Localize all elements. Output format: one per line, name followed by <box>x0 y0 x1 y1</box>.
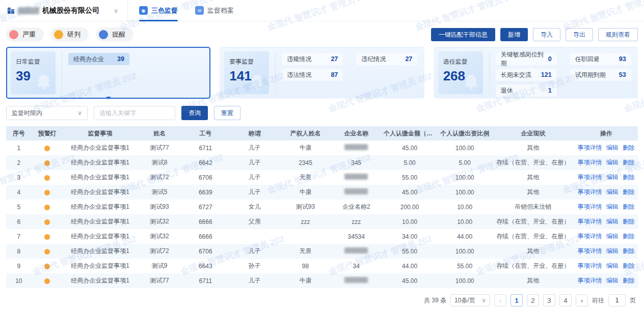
cell-company-name: 34 <box>331 262 382 271</box>
keyword-input[interactable] <box>94 106 175 120</box>
table-row: 5经商办企业监督事项1测试936727女儿测试93企业名称2200.0010.0… <box>6 200 638 214</box>
delete-link[interactable]: 删除 <box>623 144 635 152</box>
item-detail-link[interactable]: 事项详情 <box>578 247 602 256</box>
item-detail-link[interactable]: 事项详情 <box>578 188 602 196</box>
edit-link[interactable]: 编辑 <box>606 232 619 241</box>
edit-link[interactable]: 编辑 <box>606 262 619 270</box>
stat-item-退休[interactable]: 退休1 <box>496 84 557 97</box>
cell-contribution-ratio: 100.00 <box>438 276 492 286</box>
export-button[interactable]: 导出 <box>566 28 593 41</box>
cell-relation-title: 儿子 <box>229 275 280 286</box>
edit-link[interactable]: 编辑 <box>606 188 619 196</box>
building-icon <box>7 7 15 14</box>
delete-link[interactable]: 删除 <box>623 217 635 226</box>
cell-warning-light <box>32 217 63 227</box>
page-button-4[interactable]: 4 <box>559 294 572 306</box>
redacted-company-name <box>344 144 368 150</box>
item-detail-link[interactable]: 事项详情 <box>578 276 602 285</box>
stat-card-选任监督[interactable]: 选任监督268关键敏感岗位到期0任职回避93长期未交流121试用期到期53退休1 <box>434 47 638 99</box>
stat-item-任职回避[interactable]: 任职回避93 <box>570 53 631 65</box>
cell-seq: 1 <box>6 144 32 153</box>
item-detail-link[interactable]: 事项详情 <box>578 232 602 241</box>
delete-link[interactable]: 删除 <box>623 262 635 270</box>
stat-item-违纪情况[interactable]: 违纪情况27 <box>356 53 417 65</box>
cell-actions: 事项详情编辑删除 <box>574 172 638 183</box>
search-button[interactable]: 查询 <box>181 106 208 120</box>
stat-item-违法情况[interactable]: 违法情况87 <box>282 69 343 81</box>
cell-supervision-item: 经商办企业监督事项1 <box>63 231 138 242</box>
item-detail-link[interactable]: 事项详情 <box>578 262 602 270</box>
delete-link[interactable]: 删除 <box>623 188 635 196</box>
cell-warning-light <box>32 188 63 197</box>
page-button-1[interactable]: 1 <box>511 294 523 306</box>
tab-三色监督[interactable]: ◉三色监督 <box>139 0 178 21</box>
edit-link[interactable]: 编辑 <box>606 144 619 152</box>
item-detail-link[interactable]: 事项详情 <box>578 217 602 226</box>
cell-warning-light <box>32 232 63 241</box>
prev-page-button[interactable]: ‹ <box>494 294 506 306</box>
stat-item-label: 试用期到期 <box>575 71 619 79</box>
table-row: 7经商办企业监督事项1测试3266663453434.0044.00存续（在营、… <box>6 229 638 244</box>
page-button-3[interactable]: 3 <box>543 294 555 306</box>
cell-supervision-item: 经商办企业监督事项1 <box>63 275 138 286</box>
legend-label: 研判 <box>67 30 81 39</box>
cell-subscribed-amount: 45.00 <box>382 144 438 153</box>
delete-link[interactable]: 删除 <box>623 232 635 241</box>
cell-supervision-item: 经商办企业监督事项1 <box>63 157 138 168</box>
warning-light-icon <box>44 249 50 255</box>
reset-button[interactable]: 重置 <box>214 106 240 120</box>
add-button[interactable]: 新增 <box>500 28 528 41</box>
rules-view-button[interactable]: 规则查看 <box>598 28 638 41</box>
cell-company-status: 存续（在营、开业、在册） <box>492 216 574 227</box>
stat-item-长期未交流[interactable]: 长期未交流121 <box>496 69 557 81</box>
page-size-select[interactable]: 10条/页∨ <box>450 294 490 306</box>
edit-link[interactable]: 编辑 <box>606 173 619 182</box>
tab-监督档案[interactable]: ✉监督档案 <box>195 0 234 21</box>
column-header: 预警灯 <box>32 128 63 139</box>
stat-item-试用期到期[interactable]: 试用期到期53 <box>570 69 631 81</box>
stat-item-经商办企业[interactable]: 经商办企业39 <box>68 53 129 65</box>
edit-link[interactable]: 编辑 <box>606 203 619 211</box>
delete-link[interactable]: 删除 <box>623 158 635 167</box>
item-detail-link[interactable]: 事项详情 <box>578 203 602 211</box>
edit-link[interactable]: 编辑 <box>606 276 619 285</box>
table-row: 4经商办企业监督事项1测试56639儿子牛康45.00100.00其他事项详情编… <box>6 185 638 200</box>
main-tabs: ◉三色监督✉监督档案 <box>127 0 234 21</box>
page-button-2[interactable]: 2 <box>527 294 539 306</box>
stat-item-value: 121 <box>541 71 552 78</box>
column-header: 企业名称 <box>331 128 382 139</box>
delete-link[interactable]: 删除 <box>623 203 635 211</box>
column-header: 企业现状 <box>492 128 574 139</box>
cell-contribution-ratio: 100.00 <box>438 144 492 153</box>
company-selector[interactable]: 机械股份有限公司 ∨ <box>7 6 118 15</box>
stat-card-title: 日常监督 <box>16 58 50 66</box>
match-cadre-info-button[interactable]: 一键匹配干部信息 <box>431 28 495 41</box>
edit-link[interactable]: 编辑 <box>606 247 619 256</box>
delete-link[interactable]: 删除 <box>623 276 635 285</box>
item-detail-link[interactable]: 事项详情 <box>578 158 602 167</box>
legend-dot-icon <box>99 30 108 39</box>
edit-link[interactable]: 编辑 <box>606 217 619 226</box>
stat-item-label: 长期未交流 <box>501 71 541 79</box>
goto-page-input[interactable] <box>608 294 626 306</box>
item-detail-link[interactable]: 事项详情 <box>578 173 602 182</box>
edit-link[interactable]: 编辑 <box>606 158 619 167</box>
cell-company-status: 存续（在营、开业、在册） <box>492 157 574 168</box>
redacted-company-name <box>344 277 368 283</box>
cell-company-status: 其他 <box>492 187 574 197</box>
stat-card-要事监督[interactable]: 要事监督141违规情况27违纪情况27违法情况87 <box>220 47 424 99</box>
delete-link[interactable]: 删除 <box>623 247 635 256</box>
next-page-button[interactable]: › <box>576 294 588 306</box>
cell-contribution-ratio: 10.00 <box>438 203 492 212</box>
cell-name: 测试5 <box>137 187 181 197</box>
table-row: 1经商办企业监督事项1测试776711儿子牛康45.00100.00其他事项详情… <box>6 140 638 155</box>
delete-link[interactable]: 删除 <box>623 173 635 182</box>
cell-actions: 事项详情编辑删除 <box>574 275 638 286</box>
import-button[interactable]: 导入 <box>533 28 560 41</box>
item-detail-link[interactable]: 事项详情 <box>578 144 602 152</box>
stat-item-关键敏感岗位到期[interactable]: 关键敏感岗位到期0 <box>496 53 557 65</box>
stat-card-日常监督[interactable]: 日常监督39经商办企业39 <box>6 47 210 99</box>
cell-warning-light <box>32 262 63 271</box>
stat-item-违规情况[interactable]: 违规情况27 <box>282 53 343 65</box>
time-limit-select[interactable]: 监督时限内 ∨ <box>6 106 88 120</box>
